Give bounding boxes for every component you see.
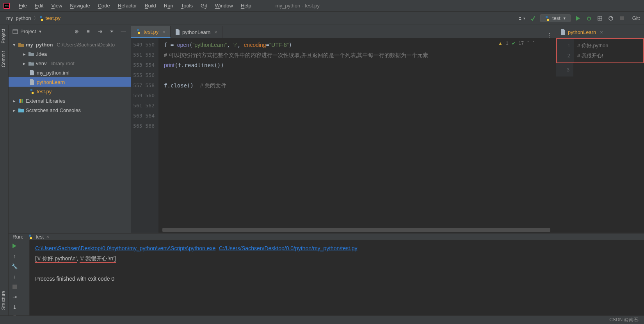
run-button-icon[interactable] [575, 15, 582, 22]
tree-root-path: C:\Users\Sachsen\Deskto [57, 42, 115, 48]
breadcrumb-project[interactable]: my_python [4, 15, 34, 21]
debug-button-icon[interactable] [585, 15, 592, 22]
menu-help[interactable]: Help [238, 1, 254, 10]
tab-label: test.py [144, 29, 158, 35]
file-icon [29, 79, 35, 85]
inspection-widget[interactable]: ▲1 ✔17 ˄ ˅ [498, 41, 535, 46]
collapse-all-icon[interactable]: ⇥ [96, 28, 103, 35]
tree-item-label: .idea [36, 51, 47, 57]
svg-line-7 [590, 18, 591, 18]
tree-item-label: my_python.iml [37, 70, 69, 76]
soft-wrap-icon[interactable]: ⇥ [10, 292, 19, 301]
tree-item-iml[interactable]: my_python.iml [9, 68, 131, 77]
menu-file[interactable]: File [16, 1, 30, 10]
project-panel-header: Project ▼ ⊕ ≡ ⇥ ✶ — [9, 25, 131, 38]
hide-panel-icon[interactable]: — [120, 28, 127, 35]
chevron-right-icon: ▸ [12, 107, 16, 113]
menu-build[interactable]: Build [142, 1, 159, 10]
run-panel-label: Run: [12, 234, 23, 240]
tree-external-libs[interactable]: ▸ External Libraries [9, 96, 131, 105]
scroll-to-end-icon[interactable]: ⤓ [10, 303, 19, 311]
right-editor: pythonLearn × 12 # 你好,python# 我很开心! 3 [556, 25, 644, 233]
menu-refactor[interactable]: Refactor [115, 1, 140, 10]
breadcrumb-file[interactable]: test.py [39, 15, 60, 21]
rail-structure[interactable]: Structure [0, 287, 7, 314]
svg-text:PC: PC [5, 5, 9, 7]
editor-body[interactable]: 549 550 551 552 553 554 555 556 557 558 … [131, 38, 556, 233]
editor: test.py × pythonLearn × ⋮ 549 550 551 55… [131, 25, 556, 233]
project-panel-title-label: Project [20, 28, 36, 34]
menu-run[interactable]: Run [161, 1, 176, 10]
run-config-selector[interactable]: test ▼ [540, 14, 571, 22]
menu-window[interactable]: Window [212, 1, 236, 10]
warning-count: 1 [506, 41, 509, 46]
project-folder-icon [18, 41, 24, 48]
run-output[interactable]: C:\Users\Sachsen\Desktop\0.0\python\my_p… [30, 240, 644, 323]
settings-gear-icon[interactable]: ✶ [108, 28, 115, 35]
run-toolbar: ↑ 🔧 ↓ ⇥ ⤓ 🖶 [9, 240, 30, 323]
tree-scratches[interactable]: ▸ Scratches and Consoles [9, 105, 131, 115]
chevron-down-icon: ▼ [38, 30, 42, 34]
profiler-icon[interactable] [607, 15, 614, 22]
svg-rect-14 [20, 99, 21, 103]
chevron-up-icon[interactable]: ˄ [527, 41, 529, 46]
status-text: CSDN @南石. [609, 317, 639, 323]
rail-structure-label: Structure [1, 291, 6, 310]
rerun-icon[interactable] [10, 242, 19, 250]
close-icon[interactable]: × [214, 29, 217, 35]
tree-root[interactable]: ▾ my_python C:\Users\Sachsen\Deskto [9, 40, 131, 49]
tab-testpy[interactable]: test.py × [131, 26, 171, 38]
tree-item-testpy[interactable]: test.py [9, 87, 131, 96]
tree-item-label: venv [36, 61, 46, 66]
tab-pythonlearn[interactable]: pythonLearn × [171, 26, 222, 38]
horizontal-scrollbar[interactable] [162, 228, 550, 232]
down-arrow-icon[interactable]: ↓ [10, 272, 19, 281]
git-label[interactable]: Git: [632, 15, 640, 21]
coverage-icon[interactable] [596, 15, 603, 22]
run-script-link[interactable]: C:/Users/Sachsen/Desktop/0.0/python/my_p… [219, 245, 358, 251]
tab-pythonlearn-right[interactable]: pythonLearn × [556, 26, 608, 38]
breadcrumb-file-label: test.py [46, 15, 60, 21]
chevron-down-icon: ▾ [12, 42, 16, 48]
menu-code[interactable]: Code [95, 1, 113, 10]
expand-all-icon[interactable]: ≡ [85, 28, 92, 35]
run-output-part1: ['# 你好,python\n' [35, 255, 77, 263]
stop-icon[interactable] [10, 282, 19, 291]
project-panel-title[interactable]: Project ▼ [12, 28, 42, 34]
rail-commit[interactable]: Commit [0, 47, 7, 71]
editor-tabs: test.py × pythonLearn × ⋮ [131, 25, 556, 38]
up-arrow-icon[interactable]: ↑ [10, 252, 19, 260]
wrench-icon[interactable]: 🔧 [10, 262, 19, 271]
menu-git[interactable]: Git [197, 1, 210, 10]
menu-view[interactable]: View [48, 1, 65, 10]
project-tree: ▾ my_python C:\Users\Sachsen\Deskto ▸ .i… [9, 38, 131, 116]
vcs-update-icon[interactable] [529, 15, 536, 22]
tree-item-hint: library root [50, 61, 74, 66]
rail-project[interactable]: Project [0, 25, 7, 47]
close-icon[interactable]: × [162, 29, 165, 35]
close-icon[interactable]: × [46, 234, 49, 240]
tab-more-icon[interactable]: ⋮ [543, 32, 556, 38]
close-icon[interactable]: × [600, 29, 603, 35]
users-icon[interactable]: ▾ [518, 15, 525, 22]
menu-navigate[interactable]: Navigate [67, 1, 93, 10]
tree-item-pythonlearn[interactable]: pythonLearn [9, 77, 131, 87]
menu-edit[interactable]: Edit [32, 1, 46, 10]
tree-item-venv[interactable]: ▸ venv library root [9, 59, 131, 68]
tree-item-idea[interactable]: ▸ .idea [9, 49, 131, 59]
svg-line-9 [611, 17, 612, 18]
code-area[interactable]: f = open("pythonLearn", 'r', encoding="U… [158, 38, 556, 233]
mini-code[interactable] [573, 63, 644, 77]
run-tab[interactable]: test × [28, 234, 49, 240]
stop-button-icon[interactable] [618, 15, 625, 22]
locate-icon[interactable]: ⊕ [73, 28, 80, 35]
python-file-icon [29, 88, 35, 94]
chevron-down-icon[interactable]: ˅ [532, 41, 535, 46]
chevron-right-icon: ▸ [22, 51, 27, 57]
folder-icon [28, 60, 34, 66]
run-exe-link[interactable]: C:\Users\Sachsen\Desktop\0.0\python\my_p… [35, 245, 215, 251]
svg-rect-15 [22, 99, 23, 103]
menu-tools[interactable]: Tools [178, 1, 196, 10]
svg-rect-13 [19, 99, 20, 103]
mini-code[interactable]: # 你好,python# 我很开心! [574, 39, 643, 62]
